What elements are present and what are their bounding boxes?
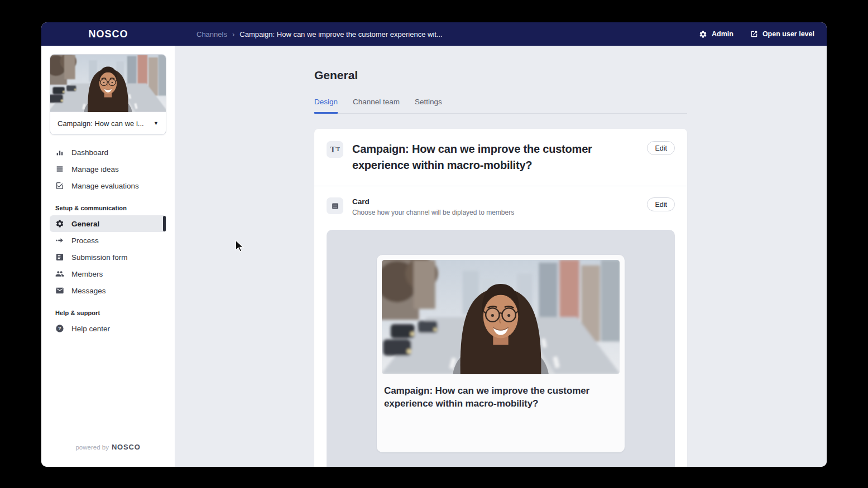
bar-chart-icon: [55, 148, 64, 157]
sidebar-item-process[interactable]: Process: [50, 232, 166, 249]
active-item-indicator: [163, 216, 166, 231]
card-icon: [327, 197, 343, 214]
breadcrumb-current-page: Campaign: How can we improve the custome…: [239, 30, 442, 38]
open-user-level-button[interactable]: Open user level: [750, 30, 814, 38]
channel-cover-photo: [50, 55, 166, 112]
sidebar-item-label: General: [71, 220, 99, 228]
channel-title-heading: Campaign: How can we improve the custome…: [352, 141, 637, 173]
topbar-actions: Admin Open user level: [699, 30, 814, 38]
admin-button[interactable]: Admin: [699, 30, 733, 38]
powered-by-text: powered by: [75, 444, 108, 451]
sidebar-item-label: Manage ideas: [71, 165, 119, 173]
breadcrumb: Channels › Campaign: How can we improve …: [196, 30, 443, 38]
tab-bar: Design Channel team Settings: [314, 98, 687, 114]
sidebar-item-submission-form[interactable]: Submission form: [50, 249, 166, 265]
open-user-level-label: Open user level: [763, 30, 814, 38]
page-title: General: [314, 46, 687, 82]
sidebar-item-help-center[interactable]: ? Help center: [50, 320, 166, 337]
help-circle-icon: ?: [55, 324, 64, 333]
checkbox-check-icon: [55, 181, 64, 190]
card-section-title: Card: [352, 197, 647, 206]
preview-cover-photo: [382, 260, 620, 374]
sidebar-item-label: Messages: [71, 287, 106, 295]
design-settings-card: TT Campaign: How can we improve the cust…: [314, 129, 687, 467]
gear-icon: [699, 30, 707, 38]
chevron-down-icon: ▼: [154, 120, 159, 126]
gear-icon: [55, 219, 64, 228]
card-preview-area: Campaign: How can we improve the custome…: [327, 230, 675, 467]
sidebar-item-general[interactable]: General: [50, 215, 166, 232]
document-icon: [55, 253, 64, 262]
sidebar-item-label: Help center: [71, 325, 110, 333]
channel-dropdown[interactable]: Campaign: How can we i... ▼: [50, 112, 166, 134]
sidebar-item-manage-evaluations[interactable]: Manage evaluations: [50, 177, 166, 194]
people-icon: [55, 269, 64, 278]
channel-dropdown-label: Campaign: How can we i...: [57, 119, 144, 128]
sidebar-item-label: Manage evaluations: [71, 182, 139, 190]
breadcrumb-channels-link[interactable]: Channels: [196, 30, 227, 38]
admin-label: Admin: [712, 30, 733, 38]
top-navigation-bar: NOSCO Channels › Campaign: How can we im…: [41, 22, 827, 46]
sidebar-item-members[interactable]: Members: [50, 265, 166, 282]
channel-title-section: TT Campaign: How can we improve the cust…: [314, 129, 687, 186]
sidebar-item-manage-ideas[interactable]: Manage ideas: [50, 161, 166, 177]
channel-card-preview: Campaign: How can we improve the custome…: [377, 255, 625, 452]
edit-card-button[interactable]: Edit: [647, 197, 675, 211]
channel-selector-card: Campaign: How can we i... ▼: [50, 54, 166, 135]
sidebar-item-label: Members: [71, 270, 103, 278]
stacked-lines-icon: [55, 165, 64, 173]
sidebar-item-messages[interactable]: Messages: [50, 282, 166, 299]
envelope-icon: [55, 286, 64, 295]
sidebar-item-dashboard[interactable]: Dashboard: [50, 144, 166, 161]
svg-text:?: ?: [58, 326, 61, 331]
card-section-subtitle: Choose how your channel will be diplayed…: [352, 209, 647, 216]
sidebar-section-setup-communication: Setup & communication: [55, 205, 161, 211]
process-arrow-icon: [55, 236, 64, 245]
nosco-footer-logo: NOSCO: [112, 443, 141, 451]
typography-icon: TT: [327, 141, 343, 158]
sidebar-item-label: Process: [71, 236, 99, 245]
app-window: NOSCO Channels › Campaign: How can we im…: [41, 22, 827, 467]
preview-card-title: Campaign: How can we improve the custome…: [382, 374, 620, 410]
sidebar-section-help-support: Help & support: [55, 310, 161, 316]
breadcrumb-separator-icon: ›: [232, 30, 234, 38]
nosco-logo: NOSCO: [41, 28, 175, 40]
external-link-icon: [750, 30, 758, 38]
tab-channel-team[interactable]: Channel team: [353, 98, 400, 113]
sidebar-item-label: Submission form: [71, 253, 128, 262]
edit-title-button[interactable]: Edit: [647, 141, 675, 155]
tab-design[interactable]: Design: [314, 98, 338, 114]
powered-by-footer: powered byNOSCO: [41, 443, 175, 451]
tab-settings[interactable]: Settings: [415, 98, 442, 113]
sidebar: Campaign: How can we i... ▼ Dashboard Ma…: [41, 46, 175, 467]
main-content-area: General Design Channel team Settings TT …: [175, 46, 827, 467]
card-design-section: Card Choose how your channel will be dip…: [314, 186, 687, 228]
sidebar-item-label: Dashboard: [71, 148, 108, 157]
